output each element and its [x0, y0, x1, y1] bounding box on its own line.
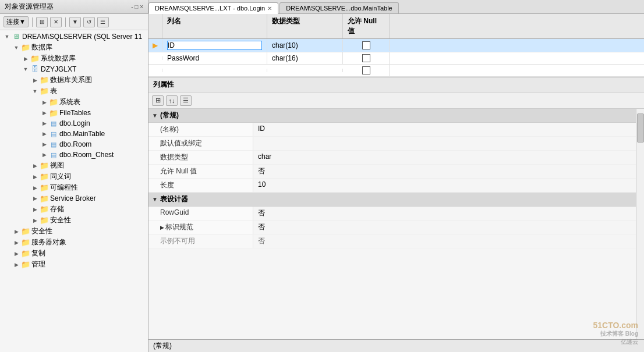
tree-item-programmability[interactable]: ▶ 📁 可编程性	[0, 182, 148, 193]
props-value: 否	[253, 234, 636, 248]
row-type-cell[interactable]	[267, 69, 343, 72]
row-type-cell[interactable]: char(10)	[267, 40, 343, 51]
tree-item-replication[interactable]: ▶ 📁 复制	[0, 248, 148, 259]
folder-icon: 📁	[49, 109, 58, 117]
tab-maintable-label: DREAM\SQLSERVE...dbo.MainTable	[286, 5, 392, 12]
tree-item-databases[interactable]: ▼ 📁 数据库	[0, 42, 148, 53]
props-section-general[interactable]: ▼ (常规)	[148, 109, 636, 123]
tree-item-management[interactable]: ▶ 📁 管理	[0, 259, 148, 270]
db-icon: 🗄	[30, 65, 40, 73]
expand-systables[interactable]: ▶	[40, 98, 49, 107]
toolbar-new-btn[interactable]: ⊞	[36, 17, 48, 27]
expand-dboroom[interactable]: ▶	[40, 140, 49, 149]
folder-icon: 📁	[21, 239, 30, 247]
replication-label: 复制	[31, 248, 45, 258]
expand-filetables[interactable]: ▶	[40, 108, 49, 118]
row-name-cell[interactable]: PassWord	[162, 52, 267, 64]
row-null-cell[interactable]	[343, 65, 390, 76]
expand-sysdbs[interactable]: ▶	[21, 54, 30, 63]
expand-management[interactable]: ▶	[12, 260, 21, 269]
row-null-cell[interactable]	[343, 52, 390, 64]
expand-tables[interactable]: ▼	[30, 87, 40, 96]
tab-maintable[interactable]: DREAM\SQLSERVE...dbo.MainTable	[279, 2, 399, 13]
views-label: 视图	[50, 161, 64, 170]
tree-item-storage[interactable]: ▶ 📁 存储	[0, 204, 148, 215]
tree-item-servicebroker[interactable]: ▶ 📁 Service Broker	[0, 193, 148, 204]
expand-dbologin[interactable]: ▶	[40, 119, 49, 128]
props-header: 列属性	[148, 77, 644, 93]
expand-serverobj[interactable]: ▶	[12, 238, 21, 247]
colnull-header: 允许 Null 值	[343, 14, 390, 38]
tree-item-sysdbs[interactable]: ▶ 📁 系统数据库	[0, 53, 148, 64]
tree-item-dbdiagram[interactable]: ▶ 📁 数据库关系图	[0, 74, 148, 86]
col-name-input[interactable]	[167, 41, 262, 50]
props-value: 10	[253, 179, 636, 192]
expand-replication[interactable]: ▶	[12, 249, 21, 258]
expand-synonyms[interactable]: ▶	[30, 172, 40, 182]
expand-storage[interactable]: ▶	[30, 205, 40, 214]
connect-button[interactable]: 连接▼	[3, 16, 29, 27]
tree-item-views[interactable]: ▶ 📁 视图	[0, 160, 148, 171]
dbologin-label: dbo.Login	[59, 119, 90, 127]
tree-item-security[interactable]: ▶ 📁 安全性	[0, 226, 148, 237]
nullable-checkbox[interactable]	[362, 66, 370, 74]
tree-item-dbomaintable[interactable]: ▶ ▤ dbo.MainTable	[0, 129, 148, 139]
props-value: 否	[253, 221, 636, 234]
folder-icon: 📁	[40, 194, 49, 202]
table-row[interactable]	[148, 65, 644, 77]
marker-header	[148, 14, 162, 38]
toolbar-filter-btn[interactable]: ▼	[69, 17, 81, 27]
nullable-checkbox[interactable]	[362, 54, 370, 62]
tree-item-dboroomchest[interactable]: ▶ ▤ dbo.Room_Chest	[0, 150, 148, 160]
expand-server[interactable]: ▼	[2, 32, 12, 41]
serverobj-label: 服务器对象	[31, 237, 66, 247]
tree-item-security2[interactable]: ▶ 📁 安全性	[0, 215, 148, 226]
expand-dboroomchest[interactable]: ▶	[40, 150, 49, 159]
toolbar-properties-btn[interactable]: ☰	[97, 17, 109, 27]
toolbar-delete-btn[interactable]: ✕	[50, 17, 62, 27]
props-key: 数据类型	[148, 151, 253, 164]
table-row[interactable]: PassWord char(16)	[148, 52, 644, 65]
row-type-cell[interactable]: char(16)	[267, 52, 343, 64]
tree-item-synonyms[interactable]: ▶ 📁 同义词	[0, 171, 148, 182]
tab-login-close[interactable]: ✕	[267, 5, 272, 12]
props-section-tabledesigner[interactable]: ▼ 表设计器	[148, 193, 636, 207]
expand-databases[interactable]: ▼	[12, 43, 21, 52]
nullable-checkbox[interactable]	[362, 41, 370, 49]
props-key: (名称)	[148, 123, 253, 136]
tree-item-server[interactable]: ▼ 🖥 DREAM\SQLSERVER (SQL Server 11	[0, 31, 148, 42]
table-row[interactable]: ▶ char(10)	[148, 39, 644, 52]
expand-views[interactable]: ▶	[30, 161, 40, 170]
row-name-cell[interactable]	[162, 69, 267, 72]
tree-item-tables[interactable]: ▼ 📁 表	[0, 86, 148, 97]
tab-login[interactable]: DREAM\SQLSERVE...LXT - dbo.Login ✕	[148, 2, 278, 14]
props-toolbar-btn1[interactable]: ⊞	[152, 95, 164, 106]
table-icon: ▤	[49, 140, 58, 148]
toolbar-refresh-btn[interactable]: ↺	[83, 17, 95, 27]
collapse-icon: ▼	[152, 112, 158, 119]
props-toolbar-btn3[interactable]: ☰	[180, 95, 192, 106]
row-null-cell[interactable]	[343, 40, 390, 51]
folder-icon: 📁	[40, 173, 49, 181]
expand-programmability[interactable]: ▶	[30, 183, 40, 193]
expand-security[interactable]: ▶	[12, 227, 21, 236]
left-panel: 对象资源管理器 - □ × 连接▼ ⊞ ✕ ▼ ↺ ☰ ▼ 🖥 DREAM\SQ…	[0, 0, 148, 352]
expand-servicebroker[interactable]: ▶	[30, 194, 40, 203]
tree-item-systables[interactable]: ▶ 📁 系统表	[0, 97, 148, 108]
tree-item-dboroom[interactable]: ▶ ▤ dbo.Room	[0, 139, 148, 150]
expand-dbdiagram[interactable]: ▶	[30, 76, 40, 85]
row-marker	[148, 56, 162, 60]
tree-item-serverobj[interactable]: ▶ 📁 服务器对象	[0, 237, 148, 248]
expand-security2[interactable]: ▶	[30, 216, 40, 225]
expand-dzyjglxt[interactable]: ▼	[21, 65, 30, 74]
props-key: 默认值或绑定	[148, 137, 253, 150]
expand-dbomaintable[interactable]: ▶	[40, 129, 49, 138]
row-name-cell[interactable]	[162, 39, 267, 52]
scrollbar-thumb[interactable]	[637, 113, 644, 143]
props-scrollbar[interactable]	[636, 109, 644, 339]
tree-item-dzyjglxt[interactable]: ▼ 🗄 DZYJGLXT	[0, 64, 148, 74]
security-label: 安全性	[31, 226, 52, 236]
tree-item-dbologin[interactable]: ▶ ▤ dbo.Login	[0, 118, 148, 129]
props-toolbar-btn2[interactable]: ↑↓	[166, 95, 178, 106]
tree-item-filetables[interactable]: ▶ 📁 FileTables	[0, 108, 148, 118]
